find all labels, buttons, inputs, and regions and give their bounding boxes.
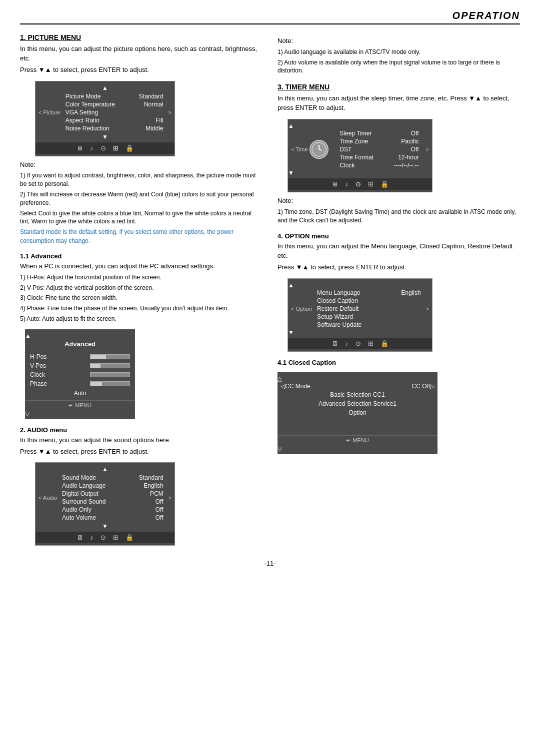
timer-menu-nav: < Time Sleep TimerOff Time ZonePacific [288, 129, 432, 169]
adv-item5: 5) Auto: Auto adjust to fit the screen. [20, 315, 262, 323]
cc-mode-row: ◁ CC Mode CC Off ▷ [278, 382, 438, 390]
option-menu-icons: 🖥 ♪ ⊙ ⊞ 🔒 [288, 338, 432, 349]
picture-nav-left: < Picture [38, 109, 60, 115]
clock-graphic [310, 140, 328, 159]
table-row: VGA Setting [60, 108, 168, 116]
adv-auto-label: Auto [25, 388, 135, 398]
option-arrow-up: ▲ [288, 282, 432, 289]
hpos-bar [90, 354, 130, 359]
section-audio-menu: 2. AUDIO menu In this menu, you can adju… [20, 426, 262, 546]
section4-para1: In this menu, you can adjust the Menu la… [278, 242, 520, 261]
cc-menu-label: ↵ MENU [278, 435, 438, 445]
music-icon: ♪ [345, 340, 348, 347]
music-icon: ♪ [90, 144, 94, 152]
audio-nav-right: > [168, 495, 172, 501]
lock-icon: 🔒 [126, 534, 134, 541]
option-menu-nav: < Option Menu LanguageEnglish Closed Cap… [288, 289, 432, 329]
timer-note-label: Note: [278, 196, 520, 206]
cc-option-label: Option [278, 408, 438, 417]
timer-menu-icons: 🖥 ♪ ⊙ ⊞ 🔒 [288, 178, 432, 190]
page-title: OPERATION [20, 10, 520, 21]
lock-icon: 🔒 [126, 144, 134, 152]
table-row: Auto VolumeOff [57, 514, 168, 522]
section4-title: 4. OPTION menu [278, 232, 520, 240]
picture-nav-right: > [168, 109, 172, 115]
cc-advanced-selection: Advanced Selection Service1 [278, 399, 438, 408]
table-row: Phase [25, 379, 135, 388]
cc-nav-left: ◁ [280, 383, 285, 390]
table-row: Audio OnlyOff [57, 506, 168, 514]
timer-nav-right: > [426, 146, 429, 152]
vpos-bar [90, 363, 130, 368]
clock-icon: ⊙ [100, 534, 106, 541]
timer-arrow-up: ▲ [288, 122, 432, 129]
timer-arrow-down: ▼ [288, 169, 432, 176]
option-nav-left: < Option [291, 306, 312, 312]
picture-menu-box: ▲ < Picture Picture ModeStandard Color T… [35, 81, 175, 156]
table-row: Aspect RatioFill [60, 116, 168, 124]
cc-menu-box: △ ◁ CC Mode CC Off ▷ Basic Selection CC1… [278, 372, 438, 454]
audio-menu-icons: 🖥 ♪ ⊙ ⊞ 🔒 [36, 532, 174, 543]
audio-menu-arrow-down: ▼ [36, 523, 174, 530]
audio-note1: 1) Audio language is available in ATSC/T… [278, 48, 520, 56]
music-icon: ♪ [90, 534, 94, 541]
cc-arrow-down: ▽ [278, 445, 438, 452]
adv-nav-down: ▽ [25, 410, 135, 417]
left-column: 1. PICTURE MENU In this menu, you can ad… [20, 33, 262, 550]
adv-arrow-up: ▲ [25, 332, 135, 339]
table-row: Digital OutputPCM [57, 490, 168, 498]
section1-note-label: Note: [20, 160, 262, 170]
grid-icon: ⊞ [113, 534, 118, 541]
table-row: Restore Default [312, 305, 426, 313]
section3-para1: In this menu, you can adjust the sleep t… [278, 94, 520, 113]
right-column: Note: 1) Audio language is available in … [278, 33, 520, 550]
audio-nav-left: < Audio [38, 495, 57, 501]
cc-mode-label: CC Mode [285, 383, 310, 390]
cc-basic-selection: Basic Selection CC1 [278, 390, 438, 399]
cc-arrow-up: △ [278, 375, 438, 382]
picture-menu-icons: 🖥 ♪ ⊙ ⊞ 🔒 [36, 142, 174, 154]
section1-title: 1. PICTURE MENU [20, 33, 262, 41]
clock-bar [90, 372, 130, 377]
section1-1-title: 1.1 Advanced [20, 252, 262, 260]
section1-1-para1: When a PC is connected, you can adjust t… [20, 262, 262, 271]
clock-icon: ⊙ [100, 144, 106, 152]
cc-nav-right: ▷ [430, 383, 434, 390]
timer-note1: 1) Time zone, DST (Daylight Saving Time)… [278, 208, 520, 225]
cc-mode-value: CC Off [412, 383, 430, 390]
lock-icon: 🔒 [380, 340, 388, 347]
picture-menu-arrow-down: ▼ [36, 133, 174, 140]
monitor-icon: 🖥 [76, 534, 83, 541]
picture-menu-inner: Picture ModeStandard Color TemperatureNo… [60, 92, 168, 132]
table-row: Surround SoundOff [57, 498, 168, 506]
picture-menu-arrow-up: ▲ [36, 84, 174, 91]
table-row: Clock [25, 370, 135, 379]
section3-title: 3. TIMER MENU [278, 83, 520, 91]
section-advanced: 1.1 Advanced When a PC is connected, you… [20, 252, 262, 419]
section2-para1: In this menu, you can adjust the sound o… [20, 436, 262, 445]
section4-para2: Press ▼▲ to select, press ENTER to adjus… [278, 263, 520, 272]
section-timer-menu: 3. TIMER MENU In this menu, you can adju… [278, 83, 520, 224]
option-nav-right: > [426, 306, 429, 312]
section-picture-menu: 1. PICTURE MENU In this menu, you can ad… [20, 33, 262, 245]
audio-menu-inner: Sound ModeStandard Audio LanguageEnglish… [57, 474, 168, 522]
audio-notes: Note: 1) Audio language is available in … [278, 36, 520, 75]
adv-item3: 3) Clock: Fine tune the screen width. [20, 294, 262, 302]
table-row: Software Update [312, 321, 426, 329]
table-row: Audio LanguageEnglish [57, 482, 168, 490]
grid-icon: ⊞ [113, 144, 118, 152]
picture-menu-nav: < Picture Picture ModeStandard Color Tem… [36, 92, 174, 132]
section1-para2: Press ▼▲ to select, press ENTER to adjus… [20, 65, 262, 75]
advanced-menu-box: ▲ Advanced H-Pos V-Pos Clock Phase [25, 329, 135, 419]
music-icon: ♪ [345, 180, 348, 188]
adv-menu-label: ↵ MENU [25, 400, 135, 410]
section2-para2: Press ▼▲ to select, press ENTER to adjus… [20, 447, 262, 457]
table-row: Time Format12-hour [334, 153, 424, 161]
timer-menu-box: ▲ < Time Sleep TimerOff [288, 119, 432, 192]
option-menu-box: ▲ < Option Menu LanguageEnglish Closed C… [288, 278, 432, 352]
adv-title: Advanced [25, 339, 135, 350]
table-row: Sleep TimerOff [334, 129, 424, 137]
page-number: -11- [20, 560, 520, 567]
table-row: Setup Wizard [312, 313, 426, 321]
audio-menu-nav: < Audio Sound ModeStandard Audio Languag… [36, 474, 174, 522]
